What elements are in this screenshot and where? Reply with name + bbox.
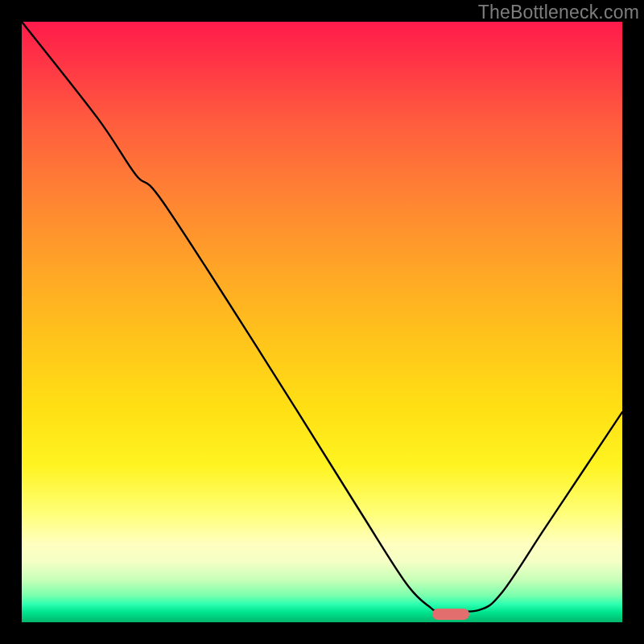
bottleneck-curve: [22, 22, 622, 622]
plot-area: [22, 22, 622, 622]
watermark-text: TheBottleneck.com: [478, 2, 639, 23]
optimum-marker: [432, 609, 469, 620]
